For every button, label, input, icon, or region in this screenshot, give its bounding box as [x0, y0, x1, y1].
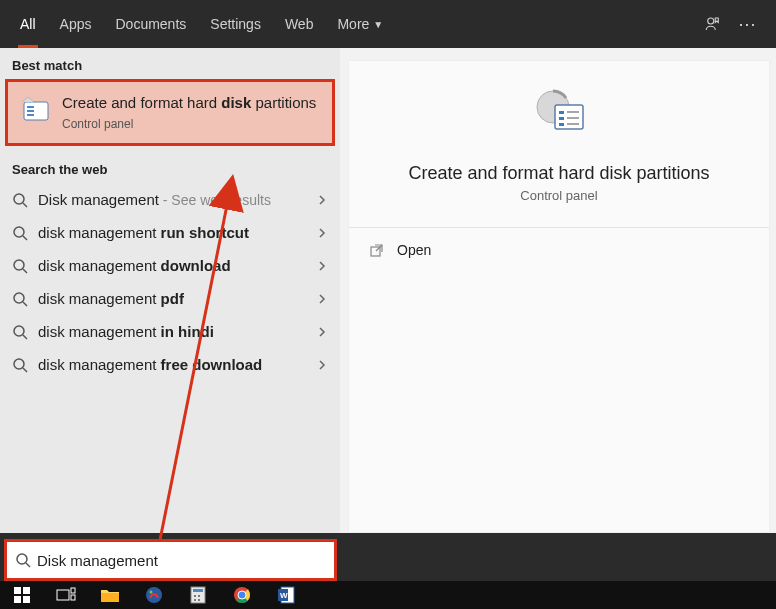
open-icon — [369, 242, 385, 258]
web-result-row[interactable]: disk management run shortcut — [0, 216, 340, 249]
svg-point-44 — [198, 599, 200, 601]
detail-subtitle: Control panel — [520, 188, 597, 203]
word-icon[interactable]: W — [274, 585, 298, 605]
search-icon — [12, 291, 28, 307]
calculator-icon[interactable] — [186, 585, 210, 605]
disk-partition-icon — [20, 94, 52, 126]
tab-settings[interactable]: Settings — [198, 0, 273, 48]
svg-text:W: W — [280, 591, 288, 600]
feedback-icon[interactable] — [704, 15, 722, 33]
svg-point-41 — [194, 595, 196, 597]
svg-point-42 — [198, 595, 200, 597]
svg-point-15 — [14, 359, 24, 369]
svg-rect-20 — [559, 111, 564, 114]
chevron-right-icon — [316, 359, 328, 371]
chevron-right-icon — [316, 326, 328, 338]
svg-line-10 — [23, 269, 27, 273]
tab-all[interactable]: All — [8, 0, 48, 48]
svg-point-27 — [17, 554, 27, 564]
svg-point-7 — [14, 227, 24, 237]
svg-point-0 — [708, 18, 714, 24]
chevron-down-icon: ▼ — [373, 19, 383, 30]
detail-title: Create and format hard disk partitions — [398, 163, 719, 184]
detail-disk-partition-icon — [527, 81, 591, 149]
svg-rect-3 — [27, 110, 34, 112]
search-results-body: Best match Create and format hard disk p… — [0, 48, 776, 533]
web-result-row[interactable]: disk management free download — [0, 348, 340, 381]
web-result-row[interactable]: disk management pdf — [0, 282, 340, 315]
svg-rect-32 — [23, 596, 30, 603]
more-options-icon[interactable]: ⋯ — [738, 13, 758, 35]
search-icon — [12, 225, 28, 241]
web-result-label: disk management run shortcut — [38, 224, 306, 241]
svg-point-11 — [14, 293, 24, 303]
svg-point-5 — [14, 194, 24, 204]
open-label: Open — [397, 242, 431, 258]
web-result-label: disk management in hindi — [38, 323, 306, 340]
search-icon — [12, 324, 28, 340]
svg-line-16 — [23, 368, 27, 372]
tab-web[interactable]: Web — [273, 0, 326, 48]
svg-point-43 — [194, 599, 196, 601]
search-icon — [12, 192, 28, 208]
best-match-title: Create and format hard disk partitions — [62, 94, 320, 111]
chevron-right-icon — [316, 194, 328, 206]
best-match-subtitle: Control panel — [62, 117, 320, 131]
svg-line-28 — [26, 563, 30, 567]
results-left-column: Best match Create and format hard disk p… — [0, 48, 340, 533]
svg-line-8 — [23, 236, 27, 240]
chevron-right-icon — [316, 227, 328, 239]
best-match-result[interactable]: Create and format hard disk partitions C… — [5, 79, 335, 146]
app-icon-swirl[interactable] — [142, 585, 166, 605]
search-web-heading: Search the web — [0, 152, 340, 183]
open-action[interactable]: Open — [349, 228, 769, 272]
result-detail-panel: Create and format hard disk partitions C… — [348, 60, 770, 533]
task-view-icon[interactable] — [54, 585, 78, 605]
search-input[interactable] — [37, 552, 326, 569]
svg-rect-21 — [559, 117, 564, 120]
chrome-icon[interactable] — [230, 585, 254, 605]
svg-line-6 — [23, 203, 27, 207]
search-icon — [12, 258, 28, 274]
svg-point-38 — [150, 591, 153, 594]
search-icon — [15, 552, 31, 568]
tab-more-label: More — [337, 16, 369, 32]
svg-point-13 — [14, 326, 24, 336]
svg-rect-34 — [71, 588, 75, 593]
web-result-label: disk management download — [38, 257, 306, 274]
search-icon — [12, 357, 28, 373]
file-explorer-icon[interactable] — [98, 585, 122, 605]
svg-line-14 — [23, 335, 27, 339]
svg-line-12 — [23, 302, 27, 306]
svg-rect-22 — [559, 123, 564, 126]
svg-rect-29 — [14, 587, 21, 594]
search-box[interactable] — [4, 539, 337, 581]
start-button[interactable] — [10, 585, 34, 605]
chevron-right-icon — [316, 260, 328, 272]
tab-more[interactable]: More ▼ — [325, 0, 395, 48]
svg-rect-33 — [57, 590, 69, 600]
web-results-list: Disk management - See web resultsdisk ma… — [0, 183, 340, 381]
web-result-row[interactable]: disk management download — [0, 249, 340, 282]
taskbar: W — [0, 581, 776, 609]
svg-rect-36 — [101, 593, 119, 602]
chevron-right-icon — [316, 293, 328, 305]
web-result-row[interactable]: disk management in hindi — [0, 315, 340, 348]
svg-rect-31 — [14, 596, 21, 603]
best-match-heading: Best match — [0, 48, 340, 79]
web-result-row[interactable]: Disk management - See web results — [0, 183, 340, 216]
svg-rect-2 — [27, 106, 34, 108]
web-result-label: disk management free download — [38, 356, 306, 373]
svg-rect-35 — [71, 595, 75, 600]
svg-rect-4 — [27, 114, 34, 116]
tab-documents[interactable]: Documents — [103, 0, 198, 48]
svg-point-9 — [14, 260, 24, 270]
tab-apps[interactable]: Apps — [48, 0, 104, 48]
web-result-label: disk management pdf — [38, 290, 306, 307]
svg-rect-30 — [23, 587, 30, 594]
search-filter-tabs: All Apps Documents Settings Web More ▼ ⋯ — [0, 0, 776, 48]
web-result-label: Disk management - See web results — [38, 191, 306, 208]
svg-rect-40 — [193, 589, 203, 592]
